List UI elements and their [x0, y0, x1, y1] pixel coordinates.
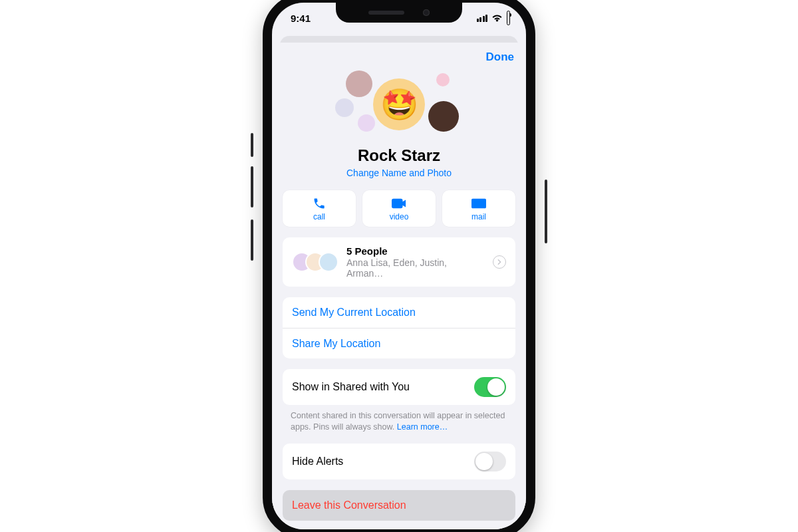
share-location-button[interactable]: Share My Location [283, 328, 515, 358]
mail-button[interactable]: mail [442, 190, 515, 227]
hide-alerts-label: Hide Alerts [292, 456, 466, 467]
leave-conversation-button[interactable]: Leave this Conversation [283, 490, 515, 521]
member-avatar [358, 114, 375, 132]
video-label: video [390, 212, 409, 221]
mail-icon [471, 197, 486, 210]
member-avatar [335, 98, 354, 117]
group-photo-main: 🤩 [373, 78, 425, 130]
member-avatar [428, 101, 459, 132]
send-location-button[interactable]: Send My Current Location [283, 297, 515, 328]
hide-alerts-row: Hide Alerts [283, 444, 515, 479]
shared-with-you-row: Show in Shared with You [283, 369, 515, 405]
video-icon [392, 197, 406, 210]
video-button[interactable]: video [362, 190, 436, 227]
people-row[interactable]: 5 People Anna Lisa, Eden, Justin, Arman… [283, 237, 515, 287]
status-time: 9:41 [291, 13, 311, 24]
group-title: Rock Starz [272, 146, 526, 165]
shared-with-you-note: Content shared in this conversation will… [272, 405, 526, 433]
people-count: 5 People [346, 245, 485, 257]
shared-with-you-label: Show in Shared with You [292, 381, 466, 393]
hide-alerts-toggle[interactable] [474, 452, 506, 471]
chevron-right-icon [493, 255, 506, 269]
details-sheet: Done 🤩 Rock Starz Change Name and Photo [272, 43, 526, 529]
call-button[interactable]: call [283, 190, 356, 227]
group-avatar-cluster[interactable]: 🤩 [272, 65, 526, 145]
done-button[interactable]: Done [486, 51, 515, 64]
change-name-photo-button[interactable]: Change Name and Photo [272, 168, 526, 178]
battery-icon [507, 13, 510, 24]
member-avatar [346, 70, 372, 97]
people-avatars [292, 252, 338, 272]
people-names: Anna Lisa, Eden, Justin, Arman… [346, 257, 485, 279]
phone-icon [313, 197, 326, 210]
mail-label: mail [471, 212, 486, 221]
notch [336, 3, 462, 23]
wifi-icon [491, 13, 503, 24]
learn-more-link[interactable]: Learn more… [397, 422, 448, 432]
member-avatar [436, 73, 450, 86]
phone-frame: 9:41 Done 🤩 [263, 0, 535, 532]
call-label: call [313, 212, 325, 221]
cellular-signal-icon [477, 15, 488, 22]
shared-with-you-toggle[interactable] [474, 377, 506, 397]
